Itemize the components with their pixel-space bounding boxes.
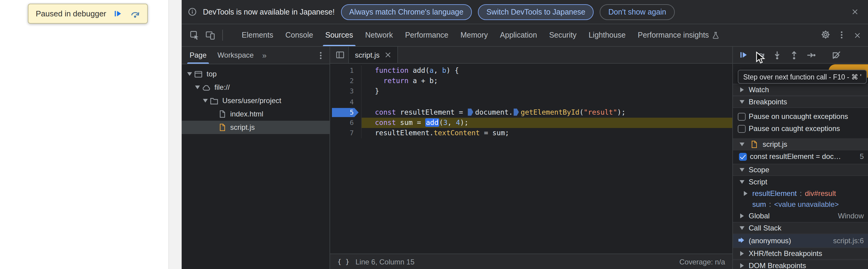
tab-elements[interactable]: Elements xyxy=(236,24,279,46)
tab-performance[interactable]: Performance xyxy=(399,24,454,46)
tree-item-file[interactable]: file:// xyxy=(182,81,330,94)
checkbox-row-pause-on-uncaught-exceptions[interactable]: Pause on uncaught exceptions xyxy=(733,110,868,123)
page-scrollbar[interactable] xyxy=(168,0,182,269)
inspect-icon[interactable] xyxy=(187,27,202,43)
triangle-collapsed-icon[interactable] xyxy=(740,251,744,256)
tab-memory[interactable]: Memory xyxy=(455,24,494,46)
checkbox[interactable] xyxy=(738,125,746,133)
file-tree: topfile://Users/user/projectindex.htmlsc… xyxy=(182,64,330,269)
triangle-expanded-icon[interactable] xyxy=(739,142,744,146)
editor-tab-scriptjs[interactable]: script.js xyxy=(348,47,398,63)
tab-sources[interactable]: Sources xyxy=(319,24,359,46)
line-number[interactable]: 6 xyxy=(330,118,362,128)
tree-item-top[interactable]: top xyxy=(182,67,330,81)
line-number[interactable]: 2 xyxy=(330,76,362,86)
code-token: document. xyxy=(475,108,513,116)
variable-separator: : xyxy=(800,189,802,198)
tab-security[interactable]: Security xyxy=(543,24,582,46)
file-script-icon xyxy=(217,123,227,132)
section-breakpoints[interactable]: Breakpoints xyxy=(733,96,868,108)
dont-show-again-button[interactable]: Don't show again xyxy=(600,4,675,20)
tree-item-users-user-project[interactable]: Users/user/project xyxy=(182,94,330,107)
resume-script-button[interactable] xyxy=(112,7,124,20)
code-token: const xyxy=(375,118,396,127)
tab-label: Lighthouse xyxy=(588,31,625,39)
checkbox-row-pause-on-caught-exceptions[interactable]: Pause on caught exceptions xyxy=(733,123,868,135)
tab-lighthouse[interactable]: Lighthouse xyxy=(582,24,631,46)
tree-item-label: index.html xyxy=(230,110,263,118)
step-out-icon[interactable] xyxy=(786,48,802,62)
coverage-label: Coverage: n/a xyxy=(679,258,725,266)
section-xhr-fetch-breakpoints[interactable]: XHR/fetch Breakpoints xyxy=(733,247,868,260)
navigator-menu-kebab-icon[interactable] xyxy=(314,49,327,62)
triangle-collapsed-icon[interactable] xyxy=(744,191,747,196)
section-scope[interactable]: Scope xyxy=(733,164,868,176)
pretty-print-icon[interactable]: { } xyxy=(337,258,349,266)
triangle-expanded-icon[interactable] xyxy=(739,168,744,172)
code-line-content[interactable] xyxy=(362,97,732,107)
breakpoint-file-group[interactable]: script.js xyxy=(733,138,868,151)
code-line-content[interactable]: function add(a, b) { xyxy=(362,65,732,76)
section-watch[interactable]: Watch xyxy=(733,84,868,96)
line-number[interactable]: 1 xyxy=(330,65,362,76)
gear-icon[interactable] xyxy=(818,27,834,43)
triangle-collapsed-icon[interactable] xyxy=(740,214,744,218)
panel-tab-strip: ElementsConsoleSourcesNetworkPerformance… xyxy=(236,24,726,46)
editor-tab-close-icon[interactable] xyxy=(384,51,392,59)
more-tabs-icon[interactable]: » xyxy=(259,51,270,60)
variable-resultelement[interactable]: resultElement: div#result xyxy=(733,188,868,199)
triangle-expanded-icon[interactable] xyxy=(739,226,744,230)
step-into-icon[interactable] xyxy=(769,48,785,62)
scope-global[interactable]: GlobalWindow xyxy=(733,210,868,222)
step-icon[interactable] xyxy=(803,48,819,62)
tab-application[interactable]: Application xyxy=(494,24,543,46)
navigator-tab-workspace[interactable]: Workspace xyxy=(212,47,259,64)
triangle-collapsed-icon[interactable] xyxy=(740,263,744,268)
code-editor[interactable]: 1function add(a, b) {2 return a + b;3}45… xyxy=(330,64,732,253)
tab-performance-insights[interactable]: Performance insights xyxy=(632,24,726,46)
triangle-expanded-icon[interactable] xyxy=(739,180,744,184)
resume-icon[interactable] xyxy=(735,48,751,62)
triangle-expanded-icon[interactable] xyxy=(203,99,208,103)
section-title: DOM Breakpoints xyxy=(749,262,806,269)
checkbox[interactable] xyxy=(738,112,746,120)
code-line-content[interactable]: } xyxy=(362,86,732,97)
always-match-language-button[interactable]: Always match Chrome's language xyxy=(341,4,472,20)
navigator-tab-page[interactable]: Page xyxy=(184,47,212,64)
code-line-content[interactable]: return a + b; xyxy=(362,76,732,86)
switch-to-japanese-button[interactable]: Switch DevTools to Japanese xyxy=(478,4,594,20)
line-number[interactable]: 4 xyxy=(330,97,362,107)
inline-breakpoint-marker[interactable] xyxy=(513,109,519,116)
close-icon[interactable] xyxy=(849,28,865,44)
breakpoint-marker[interactable]: 5 xyxy=(330,107,362,118)
step-over-button-overlay[interactable] xyxy=(129,7,142,20)
triangle-expanded-icon[interactable] xyxy=(739,100,744,104)
code-token: getElementById xyxy=(521,108,579,116)
code-line-content[interactable]: const resultElement = document.getElemen… xyxy=(362,107,732,118)
tab-console[interactable]: Console xyxy=(279,24,319,46)
breakpoint-checkbox[interactable] xyxy=(739,153,747,160)
device-toolbar-icon[interactable] xyxy=(202,27,218,43)
code-line-content[interactable]: const sum = add(3, 4); xyxy=(362,118,732,128)
section-call-stack[interactable]: Call Stack xyxy=(733,222,868,234)
scope-script[interactable]: Script xyxy=(733,176,868,188)
folder-icon xyxy=(209,96,219,105)
triangle-expanded-icon[interactable] xyxy=(187,72,192,76)
code-line-content[interactable]: resultElement.textContent = sum; xyxy=(362,128,732,138)
line-number[interactable]: 3 xyxy=(330,86,362,97)
tab-network[interactable]: Network xyxy=(359,24,399,46)
kebab-icon[interactable] xyxy=(834,27,849,43)
triangle-collapsed-icon[interactable] xyxy=(740,87,744,92)
deactivate-breakpoints-icon[interactable] xyxy=(829,48,844,62)
triangle-expanded-icon[interactable] xyxy=(195,85,199,89)
inline-breakpoint-marker[interactable] xyxy=(468,109,473,116)
tree-item-script-js[interactable]: script.js xyxy=(182,121,330,134)
line-number[interactable]: 7 xyxy=(330,128,362,138)
section-dom-breakpoints[interactable]: DOM Breakpoints xyxy=(733,260,868,269)
variable-sum[interactable]: sum: <value unavailable> xyxy=(733,199,868,210)
breakpoint-entry[interactable]: const resultElement = doc…5 xyxy=(733,151,868,163)
tree-item-index-html[interactable]: index.html xyxy=(182,107,330,121)
navigator-toggle-icon[interactable] xyxy=(333,48,347,62)
infobar-close-icon[interactable] xyxy=(847,4,863,20)
call-stack-frame[interactable]: (anonymous)script.js:6 xyxy=(733,234,868,247)
